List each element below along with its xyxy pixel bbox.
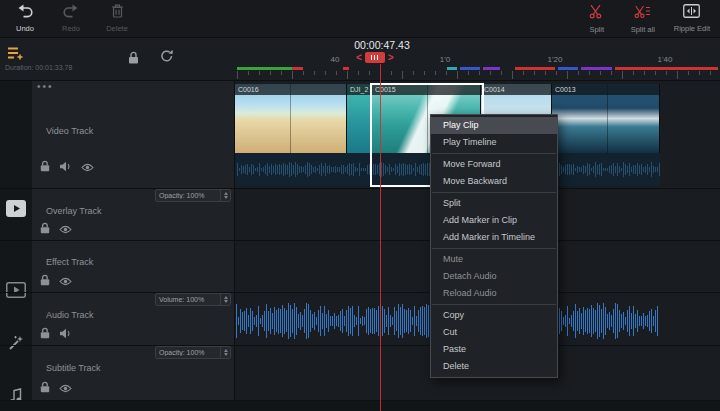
delete-button[interactable]: Delete — [102, 4, 132, 33]
menu-item-paste[interactable]: Paste — [431, 341, 557, 358]
timeline-ruler[interactable]: 40 1'0 1'20 1'40 — [235, 52, 720, 80]
clip-label: C0014 — [481, 84, 551, 95]
menu-item-move-forward[interactable]: Move Forward — [431, 156, 557, 173]
volume-control[interactable]: Volume: 100% — [155, 293, 231, 306]
speaker-icon[interactable] — [59, 325, 72, 343]
menu-item-mute[interactable]: Mute — [431, 251, 557, 268]
video-clip[interactable]: C0016 — [235, 84, 347, 153]
subtitle-track-controls — [40, 381, 72, 395]
stepper-arrows-icon[interactable] — [220, 294, 230, 305]
speaker-icon[interactable] — [59, 158, 72, 176]
menu-item-split[interactable]: Split — [431, 195, 557, 212]
split-button[interactable]: Split — [582, 4, 612, 34]
ripple-edit-button[interactable]: Ripple Edit — [674, 4, 710, 34]
playhead-handle[interactable] — [365, 52, 385, 63]
lock-icon[interactable] — [40, 220, 50, 238]
volume-value: Volume: 100% — [156, 296, 220, 303]
effect-track-controls — [40, 274, 72, 288]
clip-label: C0016 — [235, 84, 346, 95]
lock-icon[interactable] — [40, 379, 50, 397]
opacity-value: Opacity: 100% — [156, 192, 220, 199]
video-clip[interactable]: DJI_2 — [347, 84, 372, 153]
video-editor-app: Undo Redo Delete Split — [0, 0, 720, 411]
row-divider — [0, 345, 720, 346]
eye-icon[interactable] — [59, 220, 72, 238]
track-type-rail — [0, 80, 32, 411]
menu-item-delete[interactable]: Delete — [431, 358, 557, 375]
scissors-icon — [589, 4, 604, 23]
ruler-mark: 1'20 — [543, 55, 567, 64]
current-time-display: 00:00:47.43 — [332, 39, 432, 51]
horizontal-scrollbar-area[interactable] — [0, 400, 720, 411]
stepper-arrows-icon[interactable] — [220, 190, 230, 201]
stepper-arrows-icon[interactable] — [220, 347, 230, 358]
undo-icon — [17, 4, 33, 22]
undo-label: Undo — [16, 24, 34, 33]
audio-waveform[interactable] — [545, 302, 659, 340]
menu-separator — [432, 248, 556, 249]
menu-separator — [432, 153, 556, 154]
eye-icon[interactable] — [59, 379, 72, 397]
video-track-controls — [40, 160, 94, 174]
track-options-button[interactable]: ••• — [37, 81, 54, 92]
eye-icon[interactable] — [81, 158, 94, 176]
split-all-icon — [634, 4, 651, 23]
audio-track-controls — [40, 327, 72, 341]
track-headers: ••• Video Track Opacity: 100% Overlay Tr… — [32, 80, 235, 411]
scrub-left-icon[interactable]: < — [356, 52, 362, 63]
redo-button[interactable]: Redo — [56, 4, 86, 33]
menu-item-move-backward[interactable]: Move Backward — [431, 173, 557, 190]
menu-item-detach-audio[interactable]: Detach Audio — [431, 268, 557, 285]
duration-value: 00:01:33.78 — [35, 64, 72, 71]
split-label: Split — [589, 25, 604, 34]
lock-icon[interactable] — [40, 325, 50, 343]
subtitle-opacity-control[interactable]: Opacity: 100% — [155, 346, 231, 359]
scrub-right-icon[interactable]: > — [388, 52, 394, 63]
menu-separator — [432, 304, 556, 305]
split-all-button[interactable]: Split all — [628, 4, 658, 34]
menu-item-play-clip[interactable]: Play Clip — [431, 117, 557, 134]
track-name: Effect Track — [46, 257, 93, 267]
menu-item-copy[interactable]: Copy — [431, 307, 557, 324]
video-clip[interactable]: C0013 — [552, 84, 660, 153]
redo-icon — [63, 4, 79, 22]
subtitle-opacity-value: Opacity: 100% — [156, 349, 220, 356]
track-name: Video Track — [46, 126, 93, 136]
track-name: Audio Track — [46, 310, 94, 320]
rotate-tool-button[interactable] — [160, 49, 174, 67]
clip-label: C0015 — [372, 84, 480, 95]
menu-item-play-timeline[interactable]: Play Timeline — [431, 134, 557, 151]
menu-item-add-marker-in-clip[interactable]: Add Marker in Clip — [431, 212, 557, 229]
ripple-edit-label: Ripple Edit — [674, 24, 710, 33]
toolbar-right-group: Split Split all Ripple Edit — [582, 4, 710, 34]
add-track-button[interactable] — [7, 46, 24, 65]
ruler-mark: 1'0 — [433, 55, 457, 64]
row-divider — [0, 80, 720, 81]
clip-label: DJI_2 — [347, 84, 371, 95]
row-divider — [0, 240, 720, 241]
duration-display: Duration: 00:01:33.78 — [5, 64, 72, 71]
lock-icon[interactable] — [40, 158, 50, 176]
menu-item-cut[interactable]: Cut — [431, 324, 557, 341]
toolbar-left-group: Undo Redo Delete — [10, 4, 132, 33]
playhead-scrubber[interactable]: < > — [356, 52, 394, 63]
ruler-mark: 40 — [323, 55, 347, 64]
track-name: Overlay Track — [46, 206, 102, 216]
menu-separator — [432, 192, 556, 193]
menu-item-reload-audio[interactable]: Reload Audio — [431, 285, 557, 302]
toolbar: Undo Redo Delete Split — [0, 0, 720, 38]
track-name: Subtitle Track — [46, 363, 101, 373]
duration-label: Duration: — [5, 64, 33, 71]
undo-button[interactable]: Undo — [10, 4, 40, 33]
lock-icon[interactable] — [40, 272, 50, 290]
lock-tool-button[interactable] — [128, 50, 139, 68]
eye-icon[interactable] — [59, 272, 72, 290]
row-divider — [0, 400, 720, 401]
clip-label: C0013 — [552, 84, 659, 95]
split-all-label: Split all — [631, 25, 655, 34]
playhead-line[interactable] — [380, 64, 381, 411]
menu-item-add-marker-in-timeline[interactable]: Add Marker in Timeline — [431, 229, 557, 246]
row-divider — [0, 188, 720, 189]
opacity-control[interactable]: Opacity: 100% — [155, 189, 231, 202]
video-track-icon — [6, 200, 26, 221]
